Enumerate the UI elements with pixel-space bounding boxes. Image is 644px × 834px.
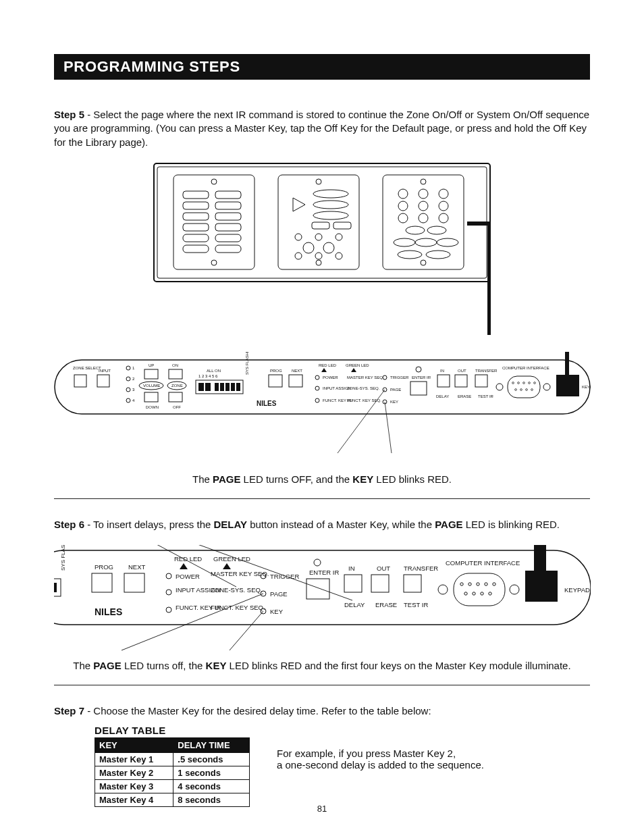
step7-label: Step 7 — [54, 705, 84, 716]
divider — [54, 685, 590, 685]
svg-point-156 — [166, 573, 171, 579]
svg-point-184 — [438, 585, 448, 594]
svg-rect-185 — [454, 573, 505, 606]
svg-text:NILES: NILES — [257, 400, 277, 407]
svg-point-64 — [126, 398, 130, 402]
svg-point-4 — [211, 260, 217, 265]
svg-text:1: 1 — [132, 366, 135, 370]
step5-caption: The PAGE LED turns OFF, and the KEY LED … — [54, 473, 590, 485]
svg-point-136 — [531, 388, 533, 390]
svg-line-201 — [230, 611, 263, 650]
svg-point-171 — [314, 559, 321, 566]
svg-rect-84 — [220, 383, 224, 391]
svg-point-26 — [295, 234, 302, 240]
svg-point-60 — [126, 377, 130, 381]
svg-text:KEY: KEY — [270, 608, 284, 615]
delay-th-key: KEY — [95, 738, 173, 753]
svg-rect-15 — [183, 245, 209, 253]
svg-point-104 — [315, 398, 319, 402]
svg-point-31 — [295, 253, 302, 259]
svg-text:ENTER
IR: ENTER IR — [309, 569, 339, 576]
svg-rect-86 — [231, 383, 235, 391]
svg-point-42 — [439, 201, 448, 211]
svg-point-58 — [126, 366, 130, 370]
svg-rect-179 — [404, 575, 421, 592]
svg-point-187 — [468, 583, 471, 585]
svg-point-46 — [406, 226, 425, 234]
svg-point-190 — [493, 583, 495, 585]
svg-text:GREEN LED: GREEN LED — [346, 363, 369, 367]
svg-text:NEXT: NEXT — [292, 369, 302, 373]
svg-point-48 — [394, 238, 415, 246]
svg-text:TRIGGER: TRIGGER — [390, 375, 409, 380]
svg-point-27 — [315, 234, 322, 240]
svg-text:KEYPAD: KEYPAD — [564, 586, 590, 594]
svg-marker-96 — [321, 368, 327, 372]
svg-rect-16 — [215, 245, 241, 253]
svg-rect-2 — [173, 175, 254, 269]
delay-table: KEY DELAY TIME Master Key 1.5 seconds Ma… — [95, 737, 250, 807]
svg-point-133 — [515, 388, 517, 390]
svg-text:PROG: PROG — [270, 369, 282, 373]
svg-text:VOLUME: VOLUME — [143, 384, 160, 388]
svg-text:OUT: OUT — [377, 565, 390, 572]
svg-rect-178 — [371, 575, 389, 592]
svg-text:TRIGGER: TRIGGER — [270, 573, 299, 580]
step5-body: - Select the page where the next IR comm… — [54, 109, 589, 148]
svg-point-132 — [534, 382, 536, 384]
svg-point-40 — [398, 201, 408, 211]
svg-point-159 — [166, 590, 171, 595]
svg-rect-115 — [410, 382, 427, 395]
svg-rect-11 — [183, 224, 209, 231]
svg-point-23 — [313, 211, 348, 219]
svg-rect-85 — [225, 383, 230, 391]
svg-text:NEXT: NEXT — [128, 563, 146, 571]
svg-point-128 — [512, 382, 514, 384]
svg-text:MASTER
KEY SEQ.: MASTER KEY SEQ. — [211, 570, 269, 577]
svg-point-32 — [315, 253, 322, 259]
svg-point-129 — [518, 382, 520, 384]
svg-point-41 — [419, 201, 428, 211]
svg-point-62 — [126, 388, 130, 392]
svg-point-186 — [460, 583, 463, 585]
svg-point-3 — [211, 179, 217, 184]
svg-rect-10 — [215, 213, 241, 220]
svg-rect-8 — [215, 202, 241, 209]
svg-text:PAGE: PAGE — [270, 590, 288, 598]
svg-text:ZONE
SELECT: ZONE SELECT — [73, 366, 101, 370]
svg-text:NILES: NILES — [95, 606, 122, 617]
svg-point-21 — [313, 190, 348, 198]
svg-point-43 — [398, 213, 408, 223]
svg-point-137 — [543, 384, 550, 390]
svg-point-44 — [419, 213, 428, 223]
svg-point-162 — [166, 607, 171, 613]
svg-point-49 — [415, 238, 437, 246]
svg-rect-149 — [92, 573, 112, 592]
svg-text:POWER: POWER — [176, 573, 200, 580]
svg-text:POWER: POWER — [323, 375, 338, 380]
section-title: PROGRAMMING STEPS — [54, 54, 590, 80]
svg-rect-92 — [269, 375, 282, 387]
svg-point-47 — [427, 226, 446, 234]
svg-line-141 — [385, 402, 392, 453]
svg-point-29 — [303, 242, 314, 253]
step7-text: Step 7 - Choose the Master Key for the d… — [54, 704, 590, 718]
svg-point-30 — [323, 242, 334, 253]
svg-text:3: 3 — [132, 388, 135, 392]
svg-text:ZONE: ZONE — [171, 384, 183, 388]
step5-label: Step 5 — [54, 109, 84, 120]
svg-point-195 — [510, 585, 519, 594]
svg-marker-20 — [293, 198, 305, 211]
svg-text:4: 4 — [132, 398, 135, 402]
table-row: Master Key 21 seconds — [95, 766, 250, 780]
svg-rect-69 — [169, 369, 182, 379]
svg-text:TRANSFER: TRANSFER — [404, 565, 438, 572]
svg-text:1 2 3 4 5 6: 1 2 3 4 5 6 — [198, 374, 218, 378]
svg-text:IN: IN — [440, 369, 444, 373]
svg-rect-9 — [183, 213, 209, 220]
step6-text: Step 6 - To insert delays, press the DEL… — [54, 518, 590, 531]
svg-text:KEYPAD: KEYPAD — [582, 385, 591, 389]
svg-text:ENTER
IR: ENTER IR — [412, 375, 431, 380]
svg-text:COMPUTER INTERFACE: COMPUTER INTERFACE — [502, 366, 549, 370]
svg-rect-127 — [508, 376, 540, 398]
